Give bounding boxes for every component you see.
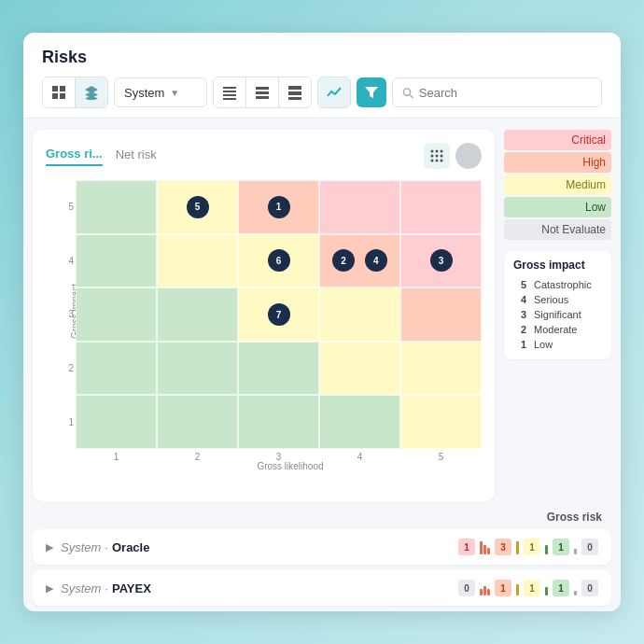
svg-point-15 (403, 88, 410, 94)
legend-critical: Critical (504, 130, 611, 150)
list-normal-btn[interactable] (279, 77, 311, 107)
toolbar: System ▼ (42, 77, 602, 108)
payex-badge-none: 0 (581, 580, 598, 596)
svg-line-16 (410, 94, 413, 97)
tab-gross-risk[interactable]: Gross ri... (46, 147, 103, 166)
payex-badge-medium: 1 (524, 580, 540, 596)
chart-tabs: Gross ri... Net risk (46, 143, 482, 169)
svg-marker-14 (365, 87, 378, 98)
svg-rect-0 (52, 86, 58, 91)
list-compact-btn[interactable] (246, 77, 279, 107)
main-window: Risks System ▼ (23, 33, 621, 611)
list-style-group (213, 77, 312, 108)
svg-point-23 (431, 160, 434, 162)
dot-3[interactable]: 3 (430, 249, 453, 272)
list-dense-btn[interactable] (214, 77, 246, 107)
search-input[interactable] (419, 86, 592, 100)
svg-point-17 (431, 150, 434, 153)
svg-point-19 (441, 150, 443, 153)
cell-4-1 (76, 234, 157, 288)
risk-matrix: Gross impact 5 4 3 2 1 (46, 180, 482, 469)
dot-7[interactable]: 7 (268, 303, 290, 326)
svg-rect-10 (256, 96, 269, 99)
cell-5-1 (76, 180, 157, 234)
y-label-3: 3 (59, 309, 74, 319)
main-content: Gross ri... Net risk Gross impact 5 4 3 … (23, 119, 621, 501)
y-axis-labels: 5 4 3 2 1 (59, 180, 74, 449)
oracle-badge-high: 3 (495, 539, 511, 555)
legend-high: High (504, 152, 611, 173)
impact-table: Gross impact 5 Catastrophic 4 Serious 3 … (504, 251, 611, 359)
svg-point-25 (441, 160, 443, 162)
svg-point-24 (436, 160, 439, 162)
dot-5[interactable]: 5 (187, 196, 209, 218)
svg-point-18 (436, 150, 439, 153)
payex-prefix: System (61, 581, 101, 595)
cell-1-5 (400, 395, 482, 449)
oracle-risk-badges: 1 3 1 1 0 (458, 539, 598, 555)
oracle-name: Oracle (112, 540, 458, 554)
cell-2-3 (238, 342, 319, 396)
svg-point-22 (441, 155, 443, 158)
svg-rect-8 (256, 87, 269, 90)
payex-bar-orange (480, 581, 490, 595)
payex-name: PAYEX (112, 581, 458, 595)
bottom-section: Gross risk ▶ System · Oracle 1 3 1 (23, 501, 621, 611)
chart-btn[interactable] (318, 77, 350, 107)
y-label-1: 1 (59, 417, 74, 427)
svg-rect-5 (223, 91, 236, 92)
cell-2-4 (319, 342, 400, 396)
dot-2[interactable]: 2 (332, 249, 355, 272)
y-label-5: 5 (59, 202, 74, 212)
search-icon (402, 87, 413, 99)
x-axis-title: Gross likelihood (257, 461, 323, 471)
cell-4-4 (319, 234, 400, 288)
dot-6[interactable]: 6 (268, 249, 290, 272)
tab-net-risk[interactable]: Net risk (116, 147, 157, 165)
expand-payex-btn[interactable]: ▶ (46, 582, 53, 595)
svg-point-21 (436, 155, 439, 158)
y-label-4: 4 (59, 256, 74, 266)
cell-4-2 (157, 234, 238, 288)
grid-dots-icon[interactable] (424, 143, 450, 169)
payex-badge-critical: 0 (458, 580, 475, 596)
svg-rect-4 (223, 87, 236, 89)
view-mode-group (42, 77, 108, 108)
y-label-2: 2 (59, 363, 74, 373)
dropdown-arrow-icon: ▼ (170, 88, 179, 98)
avatar[interactable] (455, 143, 482, 169)
list-row-payex: ▶ System · PAYEX 0 1 1 1 (33, 570, 611, 606)
dropdown-value: System (124, 86, 164, 100)
impact-row-2: 2 Moderate (513, 322, 602, 337)
cell-1-4 (319, 395, 400, 449)
cell-1-3 (238, 395, 319, 449)
payex-bar-yellow (516, 581, 519, 595)
payex-bar-gray (574, 581, 577, 595)
legend-low: Low (504, 197, 611, 217)
layers-view-btn[interactable] (76, 77, 107, 107)
impact-row-5: 5 Catastrophic (513, 277, 602, 292)
page-title: Risks (42, 48, 602, 67)
cell-1-2 (157, 395, 238, 449)
legend-medium: Medium (504, 175, 611, 195)
dot-4[interactable]: 4 (365, 249, 387, 272)
impact-table-title: Gross impact (513, 259, 602, 272)
search-box (392, 77, 602, 107)
expand-oracle-btn[interactable]: ▶ (46, 541, 53, 553)
oracle-bar-green (545, 539, 548, 554)
list-row-oracle: ▶ System · Oracle 1 3 1 1 (33, 529, 611, 565)
system-dropdown[interactable]: System ▼ (114, 77, 207, 107)
grid-view-btn[interactable] (43, 77, 76, 107)
impact-row-4: 4 Serious (513, 292, 602, 307)
chart-btn-group (317, 77, 351, 108)
svg-rect-6 (223, 94, 236, 96)
cell-1-1 (76, 395, 157, 449)
oracle-prefix: System (61, 540, 101, 554)
svg-rect-9 (256, 91, 269, 94)
dot-1[interactable]: 1 (268, 196, 290, 218)
oracle-badge-critical: 1 (458, 539, 475, 555)
cell-2-2 (157, 342, 238, 396)
cell-2-1 (76, 342, 157, 396)
impact-row-1: 1 Low (513, 337, 602, 352)
filter-btn[interactable] (357, 77, 386, 107)
